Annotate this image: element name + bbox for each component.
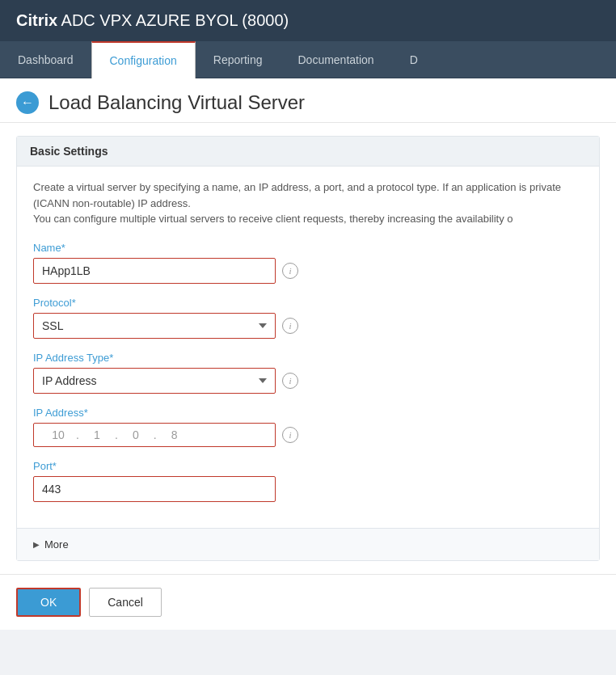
app-header: Citrix ADC VPX AZURE BYOL (8000): [0, 0, 616, 41]
tab-more[interactable]: D: [392, 41, 436, 78]
name-info-icon[interactable]: i: [282, 263, 298, 279]
tab-dashboard[interactable]: Dashboard: [0, 41, 91, 78]
ip-address-field-group: IP Address* . . . i: [33, 407, 583, 447]
more-section[interactable]: ▶ More: [17, 528, 599, 560]
ip-octet3[interactable]: [120, 428, 152, 441]
tab-configuration[interactable]: Configuration: [91, 41, 196, 78]
protocol-info-icon[interactable]: i: [282, 318, 298, 334]
brand-rest: ADC VPX AZURE BYOL (8000): [57, 11, 289, 29]
ip-address-label: IP Address*: [33, 407, 583, 419]
ip-address-type-select[interactable]: IP Address Non Addressable Wildcard: [33, 368, 276, 394]
ip-octet1[interactable]: [42, 428, 74, 441]
nav-tabs: Dashboard Configuration Reporting Docume…: [0, 41, 616, 78]
ip-address-info-icon[interactable]: i: [282, 427, 298, 443]
more-label: More: [44, 538, 69, 551]
more-arrow-icon: ▶: [33, 540, 40, 549]
basic-settings-section: Basic Settings Create a virtual server b…: [16, 136, 600, 561]
port-input[interactable]: [33, 476, 276, 502]
ip-address-type-field-group: IP Address Type* IP Address Non Addressa…: [33, 352, 583, 394]
ip-address-type-label: IP Address Type*: [33, 352, 583, 364]
ip-dot-2: .: [113, 428, 120, 441]
protocol-select[interactable]: SSL HTTP HTTPS TCP UDP: [33, 313, 276, 339]
name-field-group: Name* i: [33, 242, 583, 284]
protocol-select-row: SSL HTTP HTTPS TCP UDP i: [33, 313, 583, 339]
tab-reporting[interactable]: Reporting: [196, 41, 281, 78]
ip-address-type-select-row: IP Address Non Addressable Wildcard i: [33, 368, 583, 394]
cancel-button[interactable]: Cancel: [89, 588, 162, 617]
name-label: Name*: [33, 242, 583, 254]
ip-address-type-info-icon[interactable]: i: [282, 373, 298, 389]
ip-dot-3: .: [152, 428, 158, 441]
page-title: Load Balancing Virtual Server: [49, 91, 305, 114]
section-body: Create a virtual server by specifying a …: [17, 167, 599, 528]
form-footer: OK Cancel: [0, 574, 616, 630]
port-label: Port*: [33, 460, 583, 472]
ok-button[interactable]: OK: [16, 588, 81, 617]
brand-title: Citrix ADC VPX AZURE BYOL (8000): [16, 11, 289, 30]
name-input[interactable]: [33, 258, 276, 284]
ip-octet4[interactable]: [158, 428, 191, 441]
section-title: Basic Settings: [17, 137, 599, 167]
description-text: Create a virtual server by specifying a …: [33, 179, 583, 227]
protocol-label: Protocol*: [33, 297, 583, 309]
ip-dot-1: .: [74, 428, 81, 441]
tab-documentation[interactable]: Documentation: [280, 41, 391, 78]
back-button[interactable]: ←: [16, 91, 39, 114]
page-content: ← Load Balancing Virtual Server Basic Se…: [0, 78, 616, 630]
protocol-field-group: Protocol* SSL HTTP HTTPS TCP UDP i: [33, 297, 583, 339]
ip-address-input-row: . . . i: [33, 423, 583, 447]
ip-octet2[interactable]: [81, 428, 113, 441]
port-field-group: Port*: [33, 460, 583, 502]
name-input-row: i: [33, 258, 583, 284]
ip-address-group: . . .: [33, 423, 276, 447]
page-header: ← Load Balancing Virtual Server: [0, 78, 616, 123]
brand-citrix: Citrix: [16, 11, 57, 29]
